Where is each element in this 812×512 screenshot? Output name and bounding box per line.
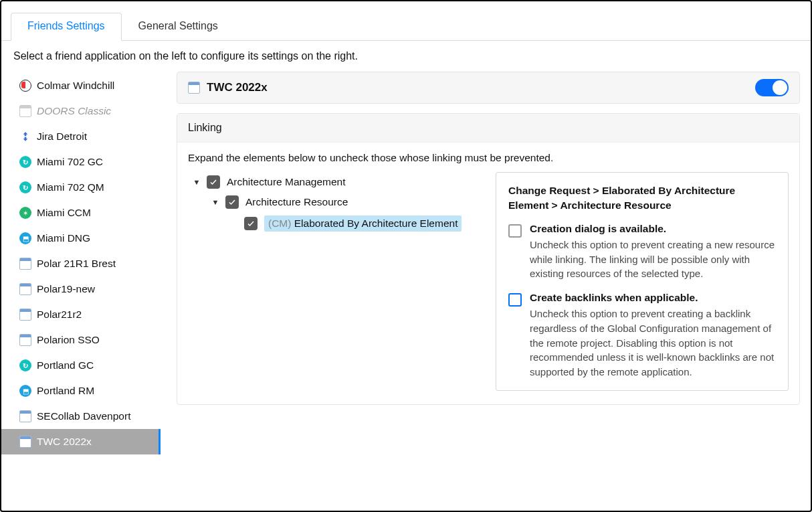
option-creation-dialog: Creation dialog is available. Uncheck th… (508, 223, 776, 281)
window-icon (19, 309, 31, 321)
sidebar-item-label: Polar 21R1 Brest (37, 258, 116, 270)
friends-sidebar: Colmar Windchill DOORS Classic Jira Detr… (1, 69, 161, 511)
circle-icon: ✶ (19, 207, 31, 219)
sidebar-item-portland-gc[interactable]: ↻ Portland GC (1, 353, 161, 378)
page-instruction: Select a friend application on the left … (1, 41, 811, 69)
linking-section-sub: Expand the elements below to uncheck tho… (188, 152, 789, 164)
window-icon (188, 82, 200, 94)
sidebar-item-polar19-new[interactable]: Polar19-new (1, 276, 161, 302)
sidebar-item-doors-classic[interactable]: DOORS Classic (1, 98, 161, 124)
app-frame: Friends Settings General Settings Select… (0, 0, 812, 512)
sidebar-item-label: SECollab Davenport (37, 410, 130, 422)
option-title: Create backlinks when applicable. (530, 292, 776, 304)
sidebar-item-label: Polar19-new (37, 283, 95, 295)
friend-header: TWC 2022x (177, 72, 800, 104)
linking-detail-panel: Change Request > Elaborated By Architect… (496, 172, 789, 391)
sidebar-item-polar21r2[interactable]: Polar21r2 (1, 302, 161, 327)
sidebar-item-label: Colmar Windchill (37, 80, 114, 92)
sidebar-item-miami-702-gc[interactable]: ↻ Miami 702 GC (1, 149, 161, 175)
tree-node-architecture-resource[interactable]: ▼ Architecture Resource (193, 192, 476, 212)
sidebar-item-miami-ccm[interactable]: ✶ Miami CCM (1, 200, 161, 226)
friend-title: TWC 2022x (207, 81, 268, 94)
option-create-backlinks: Create backlinks when applicable. Unchec… (508, 292, 776, 379)
window-icon (19, 283, 31, 295)
sidebar-item-miami-702-qm[interactable]: ↻ Miami 702 QM (1, 175, 161, 200)
linking-content: ▼ Architecture Management ▼ (188, 172, 789, 391)
tree-node-tag: (CM) (268, 218, 291, 229)
circle-icon: ⬒ (19, 385, 31, 397)
tab-friends-settings[interactable]: Friends Settings (11, 13, 122, 41)
tree-checkbox[interactable] (207, 175, 220, 189)
linking-section-title: Linking (177, 114, 799, 143)
sidebar-item-label: Jira Detroit (37, 131, 87, 143)
circle-icon: ⬒ (19, 232, 31, 244)
detail-breadcrumb: Change Request > Elaborated By Architect… (508, 183, 776, 214)
option-title: Creation dialog is available. (530, 223, 776, 235)
friend-enable-toggle[interactable] (755, 79, 789, 96)
jira-icon (19, 131, 31, 143)
linking-tree: ▼ Architecture Management ▼ (188, 172, 476, 235)
sidebar-item-portland-rm[interactable]: ⬒ Portland RM (1, 378, 161, 404)
caret-down-icon[interactable]: ▼ (212, 198, 219, 206)
sidebar-item-colmar-windchill[interactable]: Colmar Windchill (1, 73, 161, 98)
tab-bar: Friends Settings General Settings (1, 3, 811, 41)
sidebar-item-label: Polar21r2 (37, 309, 82, 321)
linking-section: Linking Expand the elements below to unc… (177, 113, 800, 405)
option-body: Creation dialog is available. Uncheck th… (530, 223, 776, 281)
tree-node-label: Architecture Resource (245, 196, 348, 208)
option-desc: Uncheck this option to prevent creating … (530, 238, 776, 281)
circle-icon: ↻ (19, 156, 31, 168)
option-desc: Uncheck this option to prevent creating … (530, 307, 776, 379)
window-icon (19, 105, 31, 117)
caret-down-icon[interactable]: ▼ (193, 178, 200, 186)
tree-checkbox[interactable] (225, 195, 239, 209)
linking-section-body: Expand the elements below to uncheck tho… (177, 143, 799, 404)
main-panel: TWC 2022x Linking Expand the elements be… (161, 69, 811, 511)
tree-node-architecture-management[interactable]: ▼ Architecture Management (193, 172, 476, 192)
tree-node-label: (CM) Elaborated By Architecture Element (264, 216, 462, 232)
sidebar-item-polarion-sso[interactable]: Polarion SSO (1, 327, 161, 353)
sidebar-item-label: Portland GC (37, 359, 94, 371)
option-body: Create backlinks when applicable. Unchec… (530, 292, 776, 379)
tab-general-settings[interactable]: General Settings (122, 13, 235, 41)
colmar-icon (19, 80, 31, 92)
option-checkbox[interactable] (508, 224, 522, 238)
tree-node-label: Architecture Management (227, 176, 345, 188)
sidebar-item-label: Polarion SSO (37, 334, 100, 346)
window-icon (19, 410, 31, 422)
circle-icon: ↻ (19, 181, 31, 193)
content-body: Colmar Windchill DOORS Classic Jira Detr… (1, 69, 811, 511)
sidebar-item-label: Miami DNG (37, 232, 90, 244)
window-icon (19, 436, 31, 448)
tree-node-text: Elaborated By Architecture Element (294, 218, 458, 229)
sidebar-item-polar-21r1-brest[interactable]: Polar 21R1 Brest (1, 251, 161, 276)
sidebar-item-miami-dng[interactable]: ⬒ Miami DNG (1, 226, 161, 251)
friend-header-left: TWC 2022x (188, 81, 268, 94)
window-icon (19, 258, 31, 270)
option-checkbox[interactable] (508, 293, 522, 307)
sidebar-item-label: Portland RM (37, 385, 94, 397)
window-icon (19, 334, 31, 346)
sidebar-item-label: DOORS Classic (37, 105, 111, 117)
sidebar-item-jira-detroit[interactable]: Jira Detroit (1, 124, 161, 149)
tree-node-elaborated-by-architecture-element[interactable]: (CM) Elaborated By Architecture Element (193, 212, 476, 235)
tree-checkbox[interactable] (244, 217, 258, 230)
sidebar-item-label: TWC 2022x (37, 436, 92, 448)
sidebar-item-label: Miami CCM (37, 207, 91, 219)
sidebar-item-twc-2022x[interactable]: TWC 2022x (1, 429, 161, 454)
sidebar-item-label: Miami 702 QM (37, 181, 104, 193)
sidebar-item-label: Miami 702 GC (37, 156, 103, 168)
circle-icon: ↻ (19, 359, 31, 371)
sidebar-item-secollab-davenport[interactable]: SECollab Davenport (1, 404, 161, 429)
